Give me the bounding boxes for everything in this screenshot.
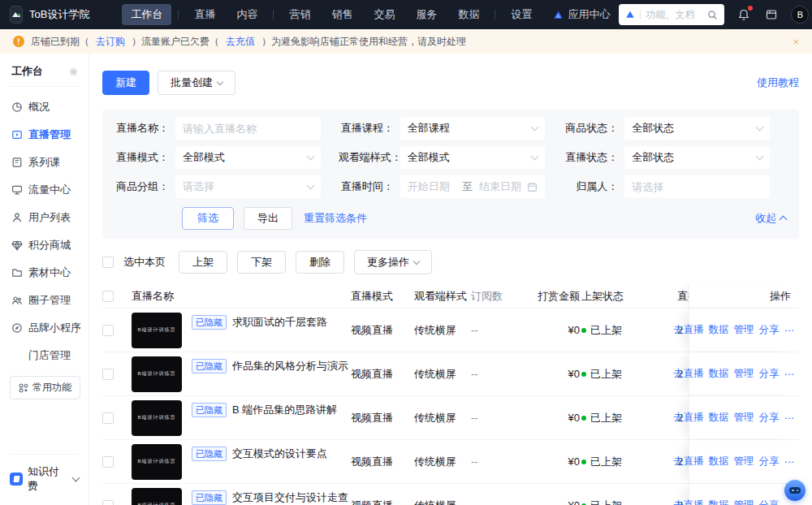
sidebar-item-material-center[interactable]: 素材中心 [0, 259, 89, 287]
data-link[interactable]: 数据 [709, 411, 729, 425]
sidebar-item-series-course[interactable]: 系列课 [0, 149, 89, 176]
select-page-checkbox[interactable] [102, 257, 114, 268]
share-link[interactable]: 分享 [759, 323, 780, 337]
filter-owner-field[interactable] [632, 181, 762, 193]
more-link[interactable]: ⋯ [784, 368, 795, 380]
manage-link[interactable]: 管理 [734, 455, 754, 468]
nav-item-marketing[interactable]: 营销 [280, 4, 319, 25]
share-link[interactable]: 分享 [759, 499, 780, 505]
filter-live-mode-select[interactable]: 全部模式 [175, 146, 321, 169]
data-link[interactable]: 数据 [709, 499, 729, 505]
share-link[interactable]: 分享 [759, 411, 780, 425]
filter-product-status-select[interactable]: 全部状态 [624, 117, 770, 140]
filter-owner-input[interactable] [624, 175, 770, 198]
go-live-link[interactable]: 去直播 [673, 367, 704, 381]
manage-link[interactable]: 管理 [734, 367, 754, 381]
reset-filters-link[interactable]: 重置筛选条件 [304, 211, 367, 226]
sidebar-item-user-list[interactable]: 用户列表 [0, 204, 89, 231]
filter-product-group-select[interactable]: 请选择 [175, 175, 321, 198]
nav-item-live[interactable]: 直播 [185, 4, 224, 25]
filter-button[interactable]: 筛选 [182, 207, 234, 230]
sidebar-item-traffic-center[interactable]: 流量中心 [0, 176, 89, 204]
recharge-link[interactable]: 去充值 [226, 35, 255, 49]
subscriptions-cell: -- [471, 499, 528, 505]
go-live-link[interactable]: 去直播 [673, 499, 704, 505]
avatar[interactable]: B [791, 6, 809, 24]
book-icon [11, 157, 23, 168]
nav-item-trade[interactable]: 交易 [365, 4, 404, 25]
share-link[interactable]: 分享 [759, 367, 780, 381]
create-button[interactable]: 新建 [102, 71, 149, 95]
batch-create-button[interactable]: 批量创建 [158, 71, 235, 95]
shelf-status-cell: 已上架 [580, 455, 677, 469]
row-checkbox[interactable] [102, 412, 114, 424]
data-link[interactable]: 数据 [709, 367, 729, 381]
chevron-down-icon [72, 474, 80, 482]
gear-icon[interactable] [68, 67, 79, 77]
filter-live-name-field[interactable] [183, 123, 313, 135]
customer-service-robot-icon[interactable] [784, 480, 806, 501]
global-search-input[interactable]: 功能、文档 [619, 4, 724, 25]
filter-live-status-select[interactable]: 全部状态 [624, 146, 770, 169]
data-link[interactable]: 数据 [709, 455, 729, 468]
notification-bell-icon[interactable] [736, 6, 752, 23]
sidebar-item-overview[interactable]: 概况 [0, 93, 89, 121]
nav-item-sales[interactable]: 销售 [322, 4, 361, 25]
sidebar-item-live-management[interactable]: 直播管理 [0, 121, 89, 149]
sidebar-item-store-management[interactable]: 门店管理 [0, 342, 89, 369]
more-link[interactable]: ⋯ [784, 455, 795, 468]
nav-item-content[interactable]: 内容 [227, 4, 266, 25]
nav-item-service[interactable]: 服务 [407, 4, 446, 25]
sidebar-item-points-mall[interactable]: 积分商城 [0, 231, 89, 259]
live-name-info: 已隐藏B 端作品集的思路讲解 [192, 400, 337, 436]
data-link[interactable]: 数据 [709, 323, 729, 337]
go-live-link[interactable]: 去直播 [673, 455, 704, 468]
row-checkbox[interactable] [102, 369, 114, 380]
manage-link[interactable]: 管理 [734, 499, 754, 505]
export-button[interactable]: 导出 [244, 207, 292, 230]
nav-item-app-center[interactable]: 应用中心 [544, 4, 619, 25]
common-functions-button[interactable]: 常用功能 [10, 376, 80, 399]
nav-item-data[interactable]: 数据 [449, 4, 488, 25]
sidebar-item-brand-miniprogram[interactable]: 品牌小程序 [0, 314, 89, 342]
apps-icon[interactable] [763, 6, 780, 23]
manage-link[interactable]: 管理 [734, 323, 754, 337]
subscribe-link[interactable]: 去订购 [96, 35, 125, 49]
row-checkbox[interactable] [102, 500, 114, 505]
filter-live-course-select[interactable]: 全部课程 [400, 117, 546, 140]
list-button[interactable]: 上架 [179, 251, 227, 274]
filter-live-name-input[interactable] [175, 117, 321, 140]
status-dot [581, 328, 586, 333]
chevron-down-icon [306, 181, 314, 189]
go-live-link[interactable]: 去直播 [673, 323, 704, 337]
more-link[interactable]: ⋯ [784, 324, 795, 336]
row-checkbox[interactable] [102, 325, 114, 336]
sidebar-item-circle-management[interactable]: 圈子管理 [0, 287, 89, 314]
tutorial-link[interactable]: 使用教程 [757, 76, 799, 90]
share-link[interactable]: 分享 [759, 455, 780, 468]
more-actions-button[interactable]: 更多操作 [354, 250, 432, 274]
hidden-status-badge: 已隐藏 [192, 490, 227, 505]
row-checkbox[interactable] [102, 456, 114, 468]
filter-viewer-style-select[interactable]: 全部模式 [400, 146, 546, 169]
go-live-link[interactable]: 去直播 [673, 411, 704, 425]
more-link[interactable]: ⋯ [784, 412, 795, 424]
live-title: B 端作品集的思路讲解 [232, 403, 337, 417]
filter-live-time-daterange[interactable]: 开始日期至结束日期 [400, 175, 546, 198]
live-name-cell: B端设计训练营已隐藏求职面试的千层套路 [132, 313, 351, 348]
nav-item-settings[interactable]: 设置 [502, 4, 541, 25]
delist-button[interactable]: 下架 [237, 251, 286, 274]
banner-close-icon[interactable]: × [793, 36, 799, 48]
select-all-checkbox[interactable] [102, 291, 114, 302]
filter-item-viewer-style: 观看端样式：全部模式 [339, 146, 564, 169]
user-menu[interactable]: B [791, 6, 812, 24]
search-icon[interactable] [707, 10, 718, 20]
filter-label-live-status: 直播状态： [563, 150, 624, 165]
collapse-filters-toggle[interactable]: 收起 [755, 211, 786, 226]
row-checkbox-cell [102, 456, 132, 468]
delete-button[interactable]: 删除 [296, 251, 344, 274]
manage-link[interactable]: 管理 [734, 411, 754, 425]
knowledge-pay-switcher[interactable]: 知识付费 [10, 464, 79, 494]
filter-label-owner: 归属人： [563, 179, 624, 194]
nav-item-workbench[interactable]: 工作台 [122, 4, 171, 25]
